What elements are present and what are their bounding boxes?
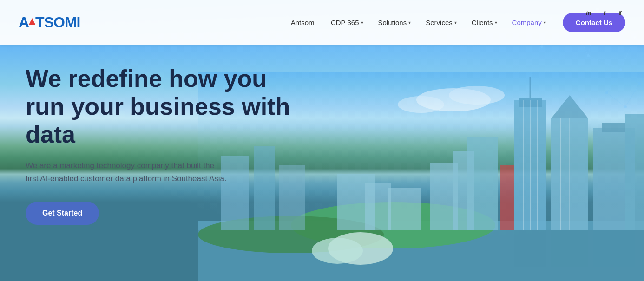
- chevron-down-icon: ▾: [408, 20, 411, 25]
- svg-point-22: [540, 45, 543, 48]
- nav-link-cdp365[interactable]: CDP 365 ▾: [331, 19, 363, 26]
- svg-point-16: [587, 54, 590, 57]
- hero-section: in f 𝕣 A TSOMI Antsomi CDP 365 ▾: [0, 0, 644, 281]
- nav-item-services[interactable]: Services ▾: [426, 19, 457, 26]
- nav-links: Antsomi CDP 365 ▾ Solutions ▾ S: [291, 19, 546, 26]
- chevron-down-icon: ▾: [544, 20, 546, 25]
- hero-content: We redefine how you run your business wi…: [26, 65, 332, 225]
- logo-text-ntsomi: TSOMI: [35, 14, 80, 31]
- chevron-down-icon: ▾: [361, 20, 363, 25]
- nav-link-antsomi[interactable]: Antsomi: [291, 19, 316, 26]
- nav-link-company[interactable]: Company ▾: [512, 19, 546, 26]
- svg-point-15: [619, 68, 622, 71]
- hero-subtitle: We are a marketing technology company th…: [26, 159, 276, 184]
- nav-item-cdp365[interactable]: CDP 365 ▾: [331, 19, 363, 26]
- svg-rect-52: [593, 230, 635, 267]
- nav-item-company[interactable]: Company ▾: [512, 19, 546, 26]
- nav-link-services[interactable]: Services ▾: [426, 19, 457, 26]
- chevron-down-icon: ▾: [495, 20, 497, 25]
- svg-line-2: [588, 56, 621, 70]
- nav-item-clients[interactable]: Clients ▾: [472, 19, 497, 26]
- twitter-icon[interactable]: 𝕣: [615, 7, 625, 18]
- navbar: in f 𝕣 A TSOMI Antsomi CDP 365 ▾: [0, 0, 644, 45]
- brand-logo[interactable]: A TSOMI: [19, 14, 80, 31]
- nav-link-solutions[interactable]: Solutions ▾: [378, 19, 411, 26]
- svg-point-49: [312, 238, 363, 264]
- chevron-down-icon: ▾: [454, 20, 457, 25]
- logo-triangle-icon: [29, 18, 35, 25]
- nav-center: Antsomi CDP 365 ▾ Solutions ▾ S: [291, 13, 625, 32]
- linkedin-icon[interactable]: in: [584, 7, 594, 18]
- nav-item-antsomi[interactable]: Antsomi: [291, 19, 316, 26]
- hero-title: We redefine how you run your business wi…: [26, 65, 332, 148]
- svg-rect-50: [514, 230, 546, 267]
- logo-text-ant: A: [19, 14, 29, 31]
- social-icons: in f 𝕣: [584, 7, 625, 18]
- svg-rect-51: [551, 230, 588, 267]
- get-started-button[interactable]: Get Started: [26, 202, 99, 225]
- nav-item-solutions[interactable]: Solutions ▾: [378, 19, 411, 26]
- nav-link-clients[interactable]: Clients ▾: [472, 19, 497, 26]
- facebook-icon[interactable]: f: [599, 7, 610, 18]
